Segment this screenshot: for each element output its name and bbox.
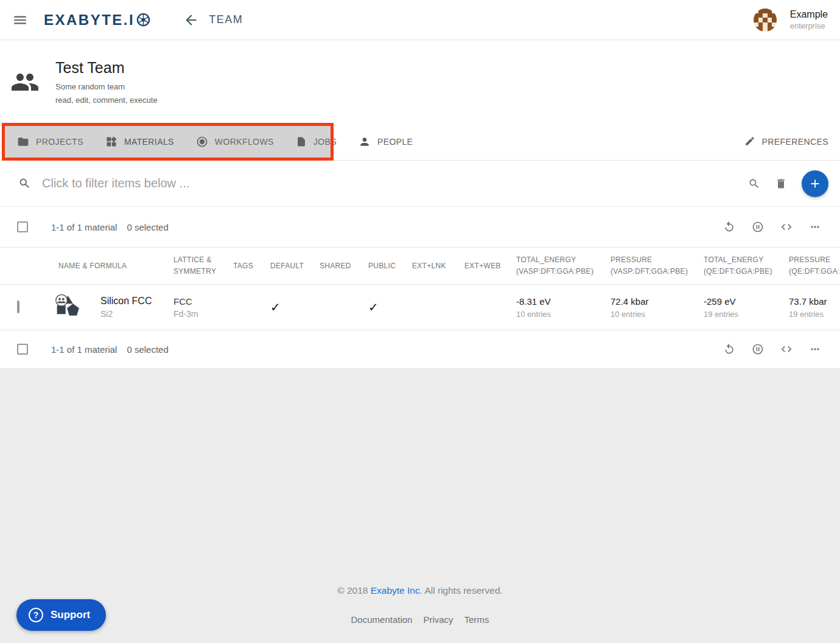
tab-label: PEOPLE <box>377 137 413 147</box>
refresh-icon[interactable] <box>723 221 735 233</box>
selected-count: 0 selected <box>127 222 168 232</box>
copyright-suffix: . All rights reserved. <box>420 585 503 596</box>
selected-count: 0 selected <box>127 344 168 355</box>
col-public[interactable]: PUBLIC <box>368 260 412 272</box>
check-icon: ✓ <box>368 301 379 314</box>
col-name-formula[interactable]: NAME & FORMULA <box>37 260 173 272</box>
row-checkbox-cell <box>0 302 37 313</box>
item-count: 1-1 of 1 material <box>51 344 117 355</box>
pause-icon[interactable] <box>752 343 764 355</box>
check-icon: ✓ <box>270 301 281 314</box>
user-plan: enterprise <box>790 21 828 30</box>
team-header: Test Team Some random team read, edit, c… <box>0 40 840 123</box>
filter-input[interactable] <box>42 176 748 190</box>
tab-people[interactable]: PEOPLE <box>348 123 424 160</box>
support-button[interactable]: ? Support <box>16 599 106 631</box>
team-name: Test Team <box>55 59 158 77</box>
team-description: Some random team <box>55 82 158 91</box>
tab-label: MATERIALS <box>124 137 174 147</box>
total-energy-qe-cell: -259 eV 19 entries <box>704 296 789 319</box>
copyright-prefix: © 2018 <box>337 585 371 596</box>
public-cell: ✓ <box>368 300 412 315</box>
col-total-energy-vasp[interactable]: TOTAL_ENERGY (VASP:DFT:GGA:PBE) <box>516 254 611 277</box>
user-info: Example enterprise <box>790 9 828 30</box>
col-shared[interactable]: SHARED <box>320 260 368 272</box>
select-all-checkbox[interactable] <box>17 221 28 232</box>
item-count: 1-1 of 1 material <box>51 222 117 232</box>
code-icon[interactable] <box>780 343 793 355</box>
total-energy-qe-value: -259 eV <box>704 296 789 307</box>
pressure-qe-entries: 19 entries <box>789 310 840 319</box>
help-icon: ? <box>29 608 43 622</box>
team-permissions: read, edit, comment, execute <box>55 96 158 105</box>
add-material-button[interactable] <box>802 170 828 197</box>
tab-bar: PROJECTS MATERIALS WORKFLOWS JOBS PEOPLE <box>0 123 840 161</box>
name-cell[interactable]: Silicon FCC Si2 <box>37 294 173 321</box>
row-checkbox[interactable] <box>17 301 19 313</box>
radio-button-icon <box>196 136 208 148</box>
folder-icon <box>17 136 29 148</box>
tab-workflows[interactable]: WORKFLOWS <box>185 123 285 160</box>
tab-jobs[interactable]: JOBS <box>285 123 348 160</box>
select-all-checkbox[interactable] <box>17 344 28 355</box>
documentation-link[interactable]: Documentation <box>351 614 413 625</box>
exabyte-logo[interactable]: EXABYTE.I <box>44 12 150 29</box>
search-icon <box>18 177 31 190</box>
more-options-icon[interactable] <box>809 343 821 355</box>
avatar[interactable] <box>754 9 777 32</box>
menu-icon[interactable] <box>12 12 28 28</box>
footer-links: Documentation Privacy Terms <box>0 614 840 625</box>
filter-actions <box>748 170 840 197</box>
col-total-energy-qe[interactable]: TOTAL_ENERGY (QE:DFT:GGA:PBE) <box>704 254 789 277</box>
back-arrow-icon[interactable] <box>183 12 199 28</box>
pause-icon[interactable] <box>752 221 764 233</box>
preferences-button[interactable]: PREFERENCES <box>744 136 840 148</box>
terms-link[interactable]: Terms <box>464 614 489 625</box>
delete-icon[interactable] <box>775 178 787 190</box>
table-row[interactable]: Silicon FCC Si2 FCC Fd-3m ✓ ✓ -8.31 eV 1… <box>0 285 840 330</box>
page-title: TEAM <box>209 13 243 26</box>
top-bar: EXABYTE.I TEAM <box>0 0 840 40</box>
user-menu[interactable]: Example enterprise <box>754 9 828 32</box>
privacy-link[interactable]: Privacy <box>423 614 453 625</box>
symmetry-group: Fd-3m <box>173 309 233 319</box>
pressure-vasp-cell: 72.4 kbar 10 entries <box>611 296 704 319</box>
search-button-icon[interactable] <box>748 178 760 190</box>
pressure-qe-cell: 73.7 kbar 19 entries <box>789 296 840 319</box>
code-icon[interactable] <box>780 221 793 233</box>
list-controls-top: 1-1 of 1 material 0 selected <box>0 207 840 248</box>
col-ext-lnk[interactable]: EXT+LNK <box>412 260 464 272</box>
col-pressure-vasp[interactable]: PRESSURE (VASP:DFT:GGA:PBE) <box>611 254 704 277</box>
copyright: © 2018 Exabyte Inc. All rights reserved. <box>0 585 840 596</box>
material-formula: Si2 <box>100 309 152 319</box>
total-energy-vasp-cell: -8.31 eV 10 entries <box>516 296 611 319</box>
col-pressure-qe[interactable]: PRESSURE (QE:DFT:GGA:PBE) <box>789 254 840 277</box>
lattice-cell: FCC Fd-3m <box>173 296 233 319</box>
total-energy-vasp-entries: 10 entries <box>516 310 611 319</box>
pressure-vasp-value: 72.4 kbar <box>611 296 704 307</box>
name-stack: Silicon FCC Si2 <box>100 296 152 319</box>
tab-projects[interactable]: PROJECTS <box>0 123 94 160</box>
tab-materials[interactable]: MATERIALS <box>94 123 185 160</box>
team-group-icon <box>9 70 41 94</box>
col-ext-web[interactable]: EXT+WEB <box>464 260 516 272</box>
tab-label: PROJECTS <box>36 137 83 147</box>
col-tags[interactable]: TAGS <box>233 260 270 272</box>
pressure-qe-value: 73.7 kbar <box>789 296 840 307</box>
table-header: NAME & FORMULA LATTICE & SYMMETRY TAGS D… <box>0 248 840 285</box>
list-actions <box>723 343 840 355</box>
col-lattice-symmetry[interactable]: LATTICE & SYMMETRY <box>173 254 233 277</box>
col-default[interactable]: DEFAULT <box>270 260 320 272</box>
material-name[interactable]: Silicon FCC <box>100 296 152 307</box>
more-options-icon[interactable] <box>809 221 821 233</box>
refresh-icon[interactable] <box>723 343 735 355</box>
lattice-type: FCC <box>173 296 233 307</box>
preferences-label: PREFERENCES <box>762 137 828 147</box>
list-actions <box>723 221 840 233</box>
list-controls-bottom: 1-1 of 1 material 0 selected <box>0 330 840 369</box>
tab-label: WORKFLOWS <box>215 137 274 147</box>
file-icon <box>296 136 307 148</box>
logo-text: EXABYTE.I <box>44 12 135 29</box>
support-label: Support <box>51 609 90 621</box>
company-link[interactable]: Exabyte Inc <box>371 585 420 596</box>
